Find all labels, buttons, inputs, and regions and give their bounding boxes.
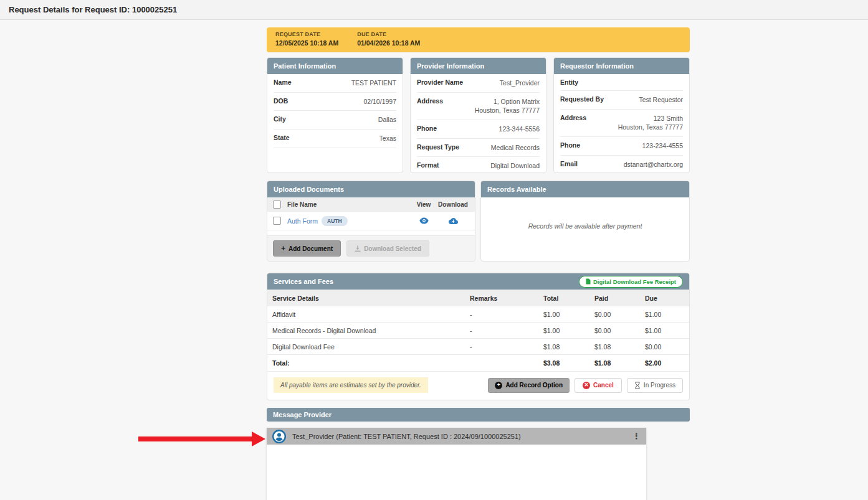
row-checkbox[interactable]	[273, 217, 281, 225]
service-total-row: Total: $3.08$1.08$2.00	[267, 355, 689, 372]
content-column: REQUEST DATE 12/05/2025 10:18 AM DUE DAT…	[267, 27, 690, 500]
due-date-value: 01/04/2026 10:18 AM	[357, 39, 420, 47]
patient-information-card: Patient Information Name TEST PATIENT DO…	[267, 57, 403, 173]
due-date-group: DUE DATE 01/04/2026 10:18 AM	[357, 31, 420, 49]
download-tray-icon	[355, 245, 361, 252]
chat-header[interactable]: Test_Provider (Patient: TEST PATIENT, Re…	[267, 428, 646, 445]
hourglass-icon	[634, 382, 641, 389]
requestor-requested-by-row: Requested By Test Requestor	[560, 91, 683, 110]
requestor-information-header: Requestor Information	[554, 58, 689, 74]
chat-body	[267, 445, 646, 500]
chat-widget: Test_Provider (Patient: TEST PATIENT, Re…	[267, 428, 646, 500]
provider-format-row: Format Digital Download	[417, 157, 540, 173]
requestor-information-card: Requestor Information Entity Requested B…	[553, 57, 690, 173]
view-eye-icon[interactable]	[411, 217, 437, 224]
request-date-value: 12/05/2025 10:18 AM	[275, 39, 338, 47]
uploaded-documents-header: Uploaded Documents	[267, 181, 475, 197]
documents-footer: + Add Document Download Selected	[267, 235, 475, 261]
download-selected-button[interactable]: Download Selected	[346, 240, 429, 257]
red-annotation-arrow	[138, 431, 265, 447]
provider-information-header: Provider Information	[411, 58, 546, 74]
service-row-download-fee: Digital Download Fee- $1.08$1.08$0.00	[267, 339, 689, 355]
requestor-phone-row: Phone 123-234-4555	[560, 137, 683, 156]
services-footer: All payable items are estimates set by t…	[267, 372, 689, 400]
file-link[interactable]: Auth Form	[287, 217, 318, 225]
add-record-option-button[interactable]: + Add Record Option	[488, 378, 570, 393]
records-empty-message: Records will be available after payment	[481, 197, 689, 230]
receipt-file-icon	[586, 278, 591, 285]
provider-address-row: Address 1, Option MatrixHouston, Texas 7…	[417, 93, 540, 120]
records-available-card: Records Available Records will be availa…	[480, 181, 690, 262]
requestor-address-row: Address 123 SmithHouston, Texas 77777	[560, 110, 683, 137]
chat-title: Test_Provider (Patient: TEST PATIENT, Re…	[292, 433, 521, 440]
services-table-header: Service Details Remarks Total Paid Due	[267, 290, 689, 306]
estimates-note: All payable items are estimates set by t…	[274, 377, 428, 393]
patient-dob-row: DOB 02/10/1997	[274, 93, 396, 111]
provider-request-type-row: Request Type Medical Records	[417, 139, 540, 158]
cancel-button[interactable]: ✕ Cancel	[575, 378, 622, 393]
add-document-button[interactable]: + Add Document	[273, 240, 341, 257]
patient-state-row: State Texas	[274, 130, 396, 148]
page-title: Request Details for Request ID: 10000252…	[9, 5, 177, 14]
requestor-email-row: Email dstanart@chartx.org	[560, 156, 683, 173]
due-date-label: DUE DATE	[357, 31, 420, 37]
requestor-entity-row: Entity	[560, 74, 683, 91]
auth-badge: AUTH	[322, 216, 348, 226]
provider-name-row: Provider Name Test_Provider	[417, 74, 540, 93]
provider-phone-row: Phone 123-344-5556	[417, 120, 540, 139]
request-date-group: REQUEST DATE 12/05/2025 10:18 AM	[275, 31, 338, 49]
services-and-fees-card: Services and Fees Digital Download Fee R…	[267, 273, 690, 400]
info-cards-row: Patient Information Name TEST PATIENT DO…	[267, 57, 690, 173]
uploaded-documents-card: Uploaded Documents File Name View Downlo…	[267, 181, 475, 262]
plus-circle-icon: +	[495, 382, 502, 389]
request-date-label: REQUEST DATE	[275, 31, 338, 37]
page-header: Request Details for Request ID: 10000252…	[0, 0, 868, 20]
provider-information-card: Provider Information Provider Name Test_…	[410, 57, 546, 173]
records-available-header: Records Available	[481, 181, 689, 197]
service-row-affidavit: Affidavit- $1.00$0.00$1.00	[267, 306, 689, 323]
fee-receipt-button[interactable]: Digital Download Fee Receipt	[579, 276, 683, 288]
patient-name-row: Name TEST PATIENT	[274, 74, 396, 93]
plus-icon: +	[281, 244, 285, 253]
download-cloud-icon[interactable]	[437, 217, 469, 225]
in-progress-status-button[interactable]: In Progress	[627, 378, 683, 393]
service-row-medical-records: Medical Records - Digital Download- $1.0…	[267, 323, 689, 339]
documents-table-header: File Name View Download	[267, 197, 475, 212]
avatar	[272, 430, 286, 443]
services-title: Services and Fees	[274, 278, 333, 285]
request-details-page: Request Details for Request ID: 10000252…	[0, 0, 868, 500]
services-header: Services and Fees Digital Download Fee R…	[267, 273, 689, 290]
patient-city-row: City Dallas	[274, 111, 396, 130]
message-provider-header: Message Provider	[267, 408, 690, 422]
dates-banner: REQUEST DATE 12/05/2025 10:18 AM DUE DAT…	[267, 27, 690, 52]
documents-row: Uploaded Documents File Name View Downlo…	[267, 181, 690, 262]
cancel-x-icon: ✕	[583, 382, 590, 389]
kebab-menu-icon[interactable]: ⋮	[632, 432, 641, 441]
document-row: Auth Form AUTH	[267, 212, 475, 230]
patient-information-header: Patient Information	[267, 58, 403, 74]
select-all-checkbox[interactable]	[273, 200, 281, 209]
